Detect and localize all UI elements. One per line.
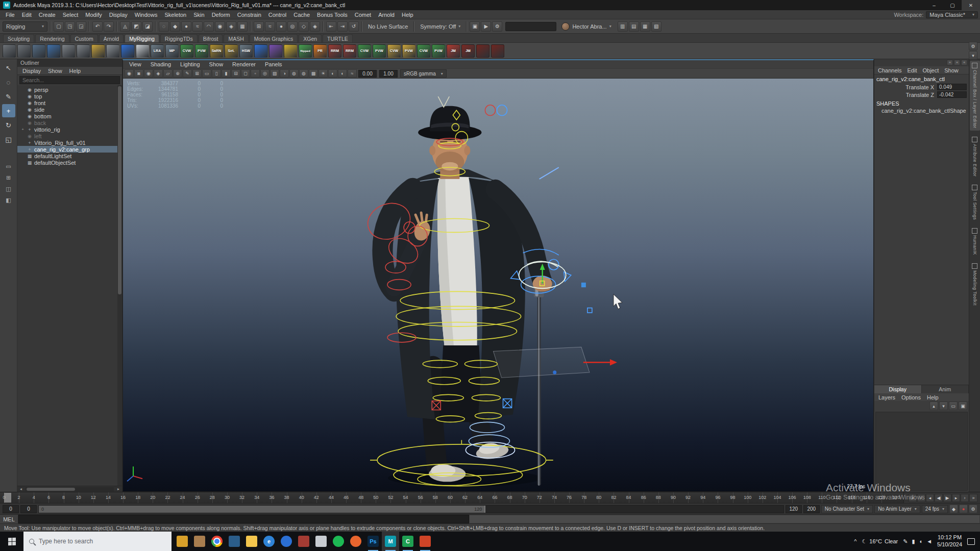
playback-speed-dropdown[interactable]: 24 fps ▾ <box>922 505 948 513</box>
viewport-menu-panels[interactable]: Panels <box>261 61 286 67</box>
outliner-item-top[interactable]: ◉top <box>17 93 122 99</box>
network-tray-icon[interactable]: ◖ <box>919 538 923 545</box>
taskbar-app-chrome[interactable] <box>208 532 226 551</box>
step-back-key-icon[interactable]: ‹ <box>917 494 925 502</box>
hidden-icons-arrow[interactable]: ^ <box>854 538 856 544</box>
menu-deform[interactable]: Deform <box>208 12 234 18</box>
taskbar-search[interactable]: Type here to search <box>23 532 172 551</box>
manip-medium-icon[interactable]: + <box>954 60 960 65</box>
shelf-item-cvw-29[interactable]: CVW <box>417 44 430 58</box>
playback-end-field[interactable] <box>786 505 802 513</box>
joints-icon[interactable]: ● <box>181 21 191 32</box>
channel-box-menu-object[interactable]: Object <box>920 67 941 73</box>
symmetry-dropdown[interactable]: Symmetry: Off ▾ <box>417 23 463 30</box>
shelf-item-rrm-24[interactable]: RRM <box>343 44 356 58</box>
sidebar-tab-humanik[interactable]: HumanIK <box>970 226 980 257</box>
viewport-menu-show[interactable]: Show <box>205 61 228 67</box>
make-live-icon[interactable]: ◈ <box>310 21 320 32</box>
viewport-menu-renderer[interactable]: Renderer <box>228 61 260 67</box>
camera-attributes-icon[interactable]: ◉ <box>144 69 153 78</box>
menu-select[interactable]: Select <box>59 12 82 18</box>
shelf-tab-mash[interactable]: MASH <box>224 34 248 42</box>
textured-icon[interactable]: ▩ <box>309 69 318 78</box>
layer-menu-layers[interactable]: Layers <box>876 394 898 400</box>
layer-menu-options[interactable]: Options <box>899 394 923 400</box>
layer-editor-tab-anim[interactable]: Anim <box>922 385 969 393</box>
taskbar-app-photoshop[interactable]: Ps <box>364 532 382 551</box>
step-forward-frame-icon[interactable]: ▸ <box>952 494 960 502</box>
play-forwards-icon[interactable]: ▶ <box>943 494 951 502</box>
taskbar-app-widgets[interactable] <box>174 532 191 551</box>
menu-display[interactable]: Display <box>106 12 131 18</box>
shelf-item-5[interactable] <box>62 44 75 58</box>
outliner-search-input[interactable] <box>19 76 120 84</box>
shelf-item-cvw-13[interactable]: CVW <box>180 44 193 58</box>
step-forward-key-icon[interactable]: › <box>961 494 969 502</box>
snap-curve-icon[interactable]: ≈ <box>265 21 275 32</box>
command-result-field[interactable] <box>469 515 980 523</box>
lasso-tool-icon[interactable]: ◌ <box>2 76 15 89</box>
rotate-tool-icon[interactable]: ↻ <box>2 118 15 132</box>
character-set-dropdown[interactable]: No Character Set ▾ <box>821 505 873 513</box>
snap-point-icon[interactable]: ● <box>276 21 286 32</box>
live-surface-label[interactable]: No Live Surface <box>365 23 411 30</box>
sidebar-tab-tool-settings[interactable]: Tool Settings <box>970 183 980 222</box>
outliner-horizontal-scrollbar[interactable]: ◂ ▸ <box>17 486 122 492</box>
move-layer-up-icon[interactable]: ▴ <box>929 402 938 410</box>
shelf-item-6[interactable] <box>77 44 90 58</box>
shelf-item-rrm-23[interactable]: RRM <box>328 44 341 58</box>
open-scene-icon[interactable]: ◳ <box>65 21 75 32</box>
notification-center-icon[interactable] <box>967 538 975 545</box>
outliner-item-bottom[interactable]: ◉bottom <box>17 113 122 119</box>
select-component-icon[interactable]: ◪ <box>142 21 153 32</box>
anti-alias-icon[interactable]: ≈ <box>348 69 357 78</box>
paint-select-tool-icon[interactable]: ✎ <box>2 90 15 103</box>
shelf-tab-myrigging[interactable]: MyRigging <box>125 34 159 42</box>
output-connections-icon[interactable]: ⇥ <box>337 21 348 32</box>
menu-skin[interactable]: Skin <box>190 12 208 18</box>
shelf-item-2[interactable] <box>17 44 31 58</box>
undo-icon[interactable]: ↶ <box>92 21 103 32</box>
menu-cache[interactable]: Cache <box>290 12 313 18</box>
film-gate-icon[interactable]: ▭ <box>202 69 211 78</box>
scroll-right-icon[interactable]: ▸ <box>115 487 122 491</box>
shelf-options-gear-icon[interactable]: ⚙ <box>969 42 977 51</box>
redo-icon[interactable]: ↷ <box>104 21 114 32</box>
manipulator-plane[interactable] <box>493 347 589 378</box>
play-backwards-icon[interactable]: ◀ <box>935 494 943 502</box>
taskbar-app-orange[interactable] <box>347 532 364 551</box>
snap-projected-center-icon[interactable]: ◎ <box>287 21 298 32</box>
shelf-item-jm-32[interactable]: JM <box>461 44 475 58</box>
shelf-item-9[interactable] <box>121 44 134 58</box>
shelf-item-lra-11[interactable]: LRA <box>151 44 164 58</box>
xray-joints-icon[interactable]: ◑ <box>280 69 289 78</box>
channel-value-field[interactable]: 0.049 <box>937 84 967 90</box>
empty-layer-icon[interactable]: ▭ <box>949 402 958 410</box>
shelf-tab-rendering[interactable]: Rendering <box>35 34 69 42</box>
persp-outliner-layout-icon[interactable]: ◫ <box>2 184 15 194</box>
shelf-item-19[interactable] <box>269 44 282 58</box>
shelf-tab-xgen[interactable]: XGen <box>299 34 322 42</box>
current-frame-indicator[interactable] <box>4 493 11 503</box>
occlusion-icon[interactable]: ◐ <box>338 69 347 78</box>
sidebar-tab-modeling-toolkit[interactable]: Modeling Toolkit <box>970 261 980 308</box>
viewport-menu-lighting[interactable]: Lighting <box>176 61 204 67</box>
menu-constrain[interactable]: Constrain <box>234 12 265 18</box>
shelf-item-8[interactable] <box>106 44 119 58</box>
command-input[interactable] <box>18 515 469 523</box>
weather-widget[interactable]: ☾ 16°C Clear <box>862 538 898 545</box>
account-menu[interactable]: Hector Abra... ▾ <box>557 22 615 31</box>
move-tool-icon[interactable]: + <box>2 104 15 117</box>
shelf-item-10[interactable] <box>136 44 149 58</box>
select-object-icon[interactable]: ◩ <box>131 21 141 32</box>
shelf-item-7[interactable] <box>91 44 105 58</box>
toggle-tool-settings-icon[interactable]: ▦ <box>640 21 650 32</box>
default-material-icon[interactable]: ◍ <box>299 69 308 78</box>
exposure-field[interactable] <box>358 70 377 78</box>
sidebar-tab-attribute-editor[interactable]: Attribute Editor <box>970 135 980 179</box>
shelf-tab-motion-graphics[interactable]: Motion Graphics <box>250 34 298 42</box>
outliner-menu-help[interactable]: Help <box>66 68 84 74</box>
shelf-item-pvw-30[interactable]: PVW <box>432 44 445 58</box>
quick-rename-field[interactable] <box>505 22 556 31</box>
grease-pencil-icon[interactable]: ✎ <box>183 69 192 78</box>
